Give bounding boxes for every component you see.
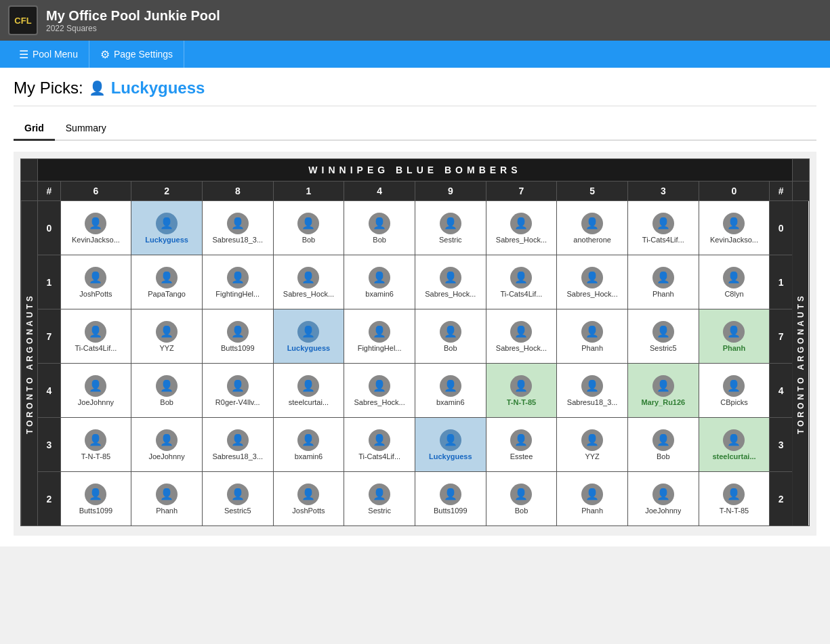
cell-0-2[interactable]: 👤 Luckyguess [131,201,203,255]
pool-menu-button[interactable]: ☰ Pool Menu [8,41,89,68]
cell-3-7[interactable]: 👤 Esstee [486,418,557,472]
avatar: 👤 [652,429,674,451]
cell-4-1[interactable]: 👤 steelcurtai... [273,364,344,418]
avatar: 👤 [652,375,674,397]
cell-username: FightingHel... [358,344,402,352]
cell-3-1[interactable]: 👤 bxamin6 [273,418,344,472]
cell-2-6[interactable]: 👤 Butts1099 [60,472,131,526]
cell-3-8[interactable]: 👤 Sabresu18_3... [202,418,273,472]
cell-7-5[interactable]: 👤 Phanh [557,309,628,364]
cell-1-6[interactable]: 👤 JoshPotts [60,255,131,309]
avatar: 👤 [85,213,106,234]
cell-4-0[interactable]: 👤 CBpicks [699,364,770,418]
cell-2-0[interactable]: 👤 T-N-T-85 [699,472,770,526]
cell-username: Sestric [439,236,462,244]
cell-username: Sestric5 [224,507,251,515]
table-row: 3 👤 T-N-T-85 👤 JoeJohnny [21,418,810,472]
cell-3-4[interactable]: 👤 Ti-Cats4Lif... [344,418,415,472]
cell-1-3[interactable]: 👤 Phanh [627,255,699,309]
cell-3-6[interactable]: 👤 T-N-T-85 [60,418,131,472]
avatar: 👤 [369,429,390,451]
avatar: 👤 [227,484,249,505]
cell-7-3[interactable]: 👤 Sestric5 [627,309,699,364]
avatar: 👤 [297,321,319,343]
cell-username: Bob [515,507,528,515]
cell-2-1[interactable]: 👤 JoshPotts [273,472,344,526]
col-hash-right: # [770,181,792,201]
cell-7-8[interactable]: 👤 Butts1099 [202,309,273,364]
avatar: 👤 [440,375,461,397]
pool-menu-label: Pool Menu [33,49,78,60]
cell-username: T-N-T-85 [507,398,536,406]
cell-4-6[interactable]: 👤 JoeJohnny [60,364,131,418]
avatar: 👤 [581,429,603,451]
cell-4-5[interactable]: 👤 Sabresu18_3... [557,364,628,418]
avatar: 👤 [369,484,390,505]
col-4: 4 [344,181,415,201]
cell-7-6[interactable]: 👤 Ti-Cats4Lif... [60,309,131,364]
cell-0-6[interactable]: 👤 KevinJackso... [60,201,131,255]
cell-3-0[interactable]: 👤 steelcurtai... [699,418,770,472]
cell-2-3[interactable]: 👤 JoeJohnny [627,472,699,526]
cell-1-8[interactable]: 👤 FightingHel... [202,255,273,309]
cell-username: Luckyguess [145,236,188,244]
cell-username: CBpicks [720,398,747,406]
cell-7-1[interactable]: 👤 Luckyguess [273,309,344,364]
cell-0-1[interactable]: 👤 Bob [273,201,344,255]
cell-7-4[interactable]: 👤 FightingHel... [344,309,415,364]
cell-7-2[interactable]: 👤 YYZ [131,309,203,364]
cell-2-5[interactable]: 👤 Phanh [557,472,628,526]
cell-1-7[interactable]: 👤 Ti-Cats4Lif... [486,255,557,309]
cell-7-9[interactable]: 👤 Bob [415,309,486,364]
cell-1-0[interactable]: 👤 C8lyn [699,255,770,309]
grid-wrapper: WINNIPEG BLUE BOMBERS # 6 2 8 1 4 9 7 [20,158,810,526]
cell-1-4[interactable]: 👤 bxamin6 [344,255,415,309]
cell-username: Esstee [510,452,533,460]
page-settings-button[interactable]: ⚙ Page Settings [89,41,184,68]
cell-username: Sestric [368,507,391,515]
cell-3-2[interactable]: 👤 JoeJohnny [131,418,203,472]
cell-0-7[interactable]: 👤 Sabres_Hock... [486,201,557,255]
cell-0-8[interactable]: 👤 Sabresu18_3... [202,201,273,255]
cell-4-2[interactable]: 👤 Bob [131,364,203,418]
avatar: 👤 [581,213,603,234]
cell-0-4[interactable]: 👤 Bob [344,201,415,255]
cell-3-9[interactable]: 👤 Luckyguess [415,418,486,472]
cell-0-9[interactable]: 👤 Sestric [415,201,486,255]
cell-1-2[interactable]: 👤 PapaTango [131,255,203,309]
cell-2-8[interactable]: 👤 Sestric5 [202,472,273,526]
avatar: 👤 [723,213,745,234]
cell-4-8[interactable]: 👤 R0ger-V4llv... [202,364,273,418]
cell-2-9[interactable]: 👤 Butts1099 [415,472,486,526]
cell-username: C8lyn [724,290,743,298]
cell-1-1[interactable]: 👤 Sabres_Hock... [273,255,344,309]
cell-7-7[interactable]: 👤 Sabres_Hock... [486,309,557,364]
cell-username: steelcurtai... [712,452,755,460]
col-0: 0 [699,181,770,201]
cell-7-0[interactable]: 👤 Phanh [699,309,770,364]
cell-0-0[interactable]: 👤 KevinJackso... [699,201,770,255]
cell-0-5[interactable]: 👤 anotherone [557,201,628,255]
cell-4-7[interactable]: 👤 T-N-T-85 [486,364,557,418]
avatar: 👤 [510,484,532,505]
cell-4-3[interactable]: 👤 Mary_Ru126 [627,364,699,418]
home-team-label-left: TORONTO ARGONAUTS [21,201,38,526]
cell-username: Phanh [652,290,674,298]
away-team-header: WINNIPEG BLUE BOMBERS [38,159,793,181]
cell-3-5[interactable]: 👤 YYZ [557,418,628,472]
cell-2-2[interactable]: 👤 Phanh [131,472,203,526]
cell-0-3[interactable]: 👤 Ti-Cats4Lif... [627,201,699,255]
cell-1-5[interactable]: 👤 Sabres_Hock... [557,255,628,309]
cell-4-9[interactable]: 👤 bxamin6 [415,364,486,418]
cell-1-9[interactable]: 👤 Sabres_Hock... [415,255,486,309]
cell-3-3[interactable]: 👤 Bob [627,418,699,472]
avatar: 👤 [440,213,461,234]
navbar: ☰ Pool Menu ⚙ Page Settings [0,41,830,68]
col-hash-left: # [38,181,60,201]
tab-grid[interactable]: Grid [14,117,55,141]
cell-2-7[interactable]: 👤 Bob [486,472,557,526]
tab-summary[interactable]: Summary [55,117,117,141]
cell-2-4[interactable]: 👤 Sestric [344,472,415,526]
avatar: 👤 [369,213,390,234]
cell-4-4[interactable]: 👤 Sabres_Hock... [344,364,415,418]
